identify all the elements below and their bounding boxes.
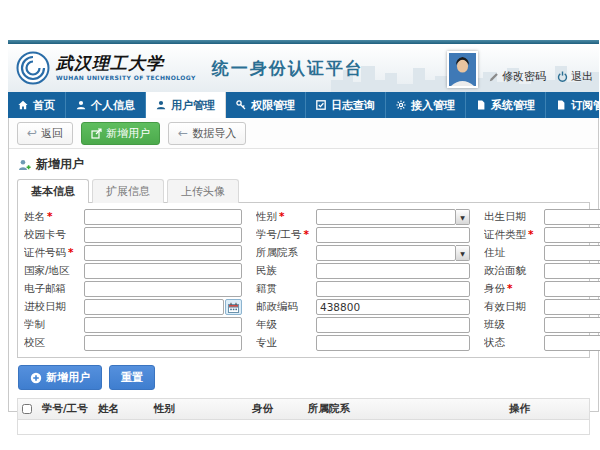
users-table: 学号/工号 姓名 性别 身份 所属院系 操作	[17, 398, 590, 435]
field-id-type: 证件类型*	[484, 227, 600, 243]
nav-item-subscription-management[interactable]: 订阅管理	[546, 92, 600, 118]
field-address: 住址	[484, 245, 600, 261]
field-status: 状态	[484, 335, 600, 351]
power-icon	[557, 71, 568, 82]
valid-date-control	[544, 299, 600, 315]
ethnicity-input[interactable]	[316, 263, 470, 279]
field-campus: 校区	[24, 335, 242, 351]
nav-item-access-management[interactable]: 接入管理	[386, 92, 466, 118]
entry-date-label: 进校日期	[24, 300, 84, 314]
dropdown-arrow-icon[interactable]: ▼	[456, 245, 470, 261]
tab-extended-info[interactable]: 扩展信息	[92, 179, 164, 203]
field-country-region: 国家/地区	[24, 263, 242, 279]
data-import-label: 数据导入	[192, 126, 236, 141]
nav-item-home[interactable]: 首页	[8, 92, 66, 118]
id-number-control	[84, 245, 242, 261]
department-label: 所属院系	[256, 246, 316, 260]
id-type-input[interactable]	[544, 227, 600, 243]
nav-item-personal-info[interactable]: 个人信息	[66, 92, 146, 118]
campus-label: 校区	[24, 336, 84, 350]
student-id-control	[316, 227, 470, 243]
gender-control: ▼	[316, 209, 470, 225]
name-input[interactable]	[84, 209, 242, 225]
select-all-checkbox[interactable]	[22, 404, 32, 414]
nav-item-log-query[interactable]: 日志查询	[306, 92, 386, 118]
campus-card-no-input[interactable]	[84, 227, 242, 243]
student-id-input[interactable]	[316, 227, 470, 243]
native-place-label: 籍贯	[256, 282, 316, 296]
required-mark: *	[528, 228, 534, 240]
class-control	[544, 317, 600, 333]
nav-item-system-management[interactable]: 系统管理	[466, 92, 546, 118]
form-grid: 姓名*性别*▼出生日期校园卡号学号/工号*证件类型*证件号码*所属院系▼住址国家…	[24, 209, 583, 351]
email-control	[84, 281, 242, 297]
department-input[interactable]	[316, 245, 456, 261]
col-gender: 性别	[150, 399, 248, 419]
major-input[interactable]	[316, 335, 470, 351]
field-name: 姓名*	[24, 209, 242, 225]
data-import-button[interactable]: ← 数据导入	[168, 122, 246, 145]
grade-input[interactable]	[316, 317, 470, 333]
nav-item-permission-management[interactable]: 权限管理	[226, 92, 306, 118]
change-password-link[interactable]: 修改密码	[489, 69, 546, 88]
submit-label: 新增用户	[46, 370, 90, 385]
avatar[interactable]	[447, 51, 478, 88]
col-identity: 身份	[248, 399, 304, 419]
header: 武汉理工大学 WUHAN UNIVERSITY OF TECHNOLOGY 统一…	[8, 44, 599, 92]
logout-link[interactable]: 退出	[557, 69, 593, 88]
address-label: 住址	[484, 246, 544, 260]
tab-basic-info[interactable]: 基本信息	[17, 179, 89, 203]
key-icon	[236, 100, 246, 110]
home-icon	[18, 100, 28, 110]
nav-label: 日志查询	[331, 98, 375, 113]
nav-item-user-management[interactable]: 用户管理	[146, 92, 226, 118]
class-input[interactable]	[544, 317, 600, 333]
form-actions: 新增用户 重置	[9, 358, 598, 396]
email-input[interactable]	[84, 281, 242, 297]
university-name-en: WUHAN UNIVERSITY OF TECHNOLOGY	[56, 74, 196, 81]
nav-label: 个人信息	[91, 98, 135, 113]
birth-date-label: 出生日期	[484, 210, 544, 224]
document-icon	[556, 100, 566, 110]
gender-input[interactable]	[316, 209, 456, 225]
nav-label: 接入管理	[411, 98, 455, 113]
submit-add-user-button[interactable]: 新增用户	[18, 365, 102, 390]
field-gender: 性别*▼	[256, 209, 470, 225]
birth-date-input[interactable]	[544, 209, 600, 225]
campus-input[interactable]	[84, 335, 242, 351]
field-entry-date: 进校日期	[24, 299, 242, 315]
schooling-length-input[interactable]	[84, 317, 242, 333]
required-mark: *	[47, 210, 53, 222]
identity-control	[544, 281, 600, 297]
country-region-input[interactable]	[84, 263, 242, 279]
native-place-input[interactable]	[316, 281, 470, 297]
university-logo-icon	[16, 51, 50, 85]
field-ethnicity: 民族	[256, 263, 470, 279]
id-number-input[interactable]	[84, 245, 242, 261]
valid-date-label: 有效日期	[484, 300, 544, 314]
add-user-label: 新增用户	[106, 126, 150, 141]
address-input[interactable]	[544, 245, 600, 261]
country-region-control	[84, 263, 242, 279]
form-tabs: 基本信息 扩展信息 上传头像	[9, 176, 598, 203]
postal-code-input[interactable]	[316, 299, 470, 315]
identity-input[interactable]	[544, 281, 600, 297]
required-mark: *	[304, 228, 310, 240]
schooling-length-label: 学制	[24, 318, 84, 332]
major-control	[316, 335, 470, 351]
add-user-toolbar-button[interactable]: 新增用户	[81, 122, 160, 145]
reset-button[interactable]: 重置	[109, 365, 155, 390]
entry-date-input[interactable]	[84, 299, 224, 315]
status-input[interactable]	[544, 335, 600, 351]
email-label: 电子邮箱	[24, 282, 84, 296]
tab-upload-avatar[interactable]: 上传头像	[167, 179, 239, 203]
postal-code-control	[316, 299, 470, 315]
back-button[interactable]: ↩ 返回	[17, 122, 73, 145]
field-id-number: 证件号码*	[24, 245, 242, 261]
dropdown-arrow-icon[interactable]: ▼	[456, 209, 470, 225]
political-status-input[interactable]	[544, 263, 600, 279]
valid-date-input[interactable]	[544, 299, 600, 315]
nav-label: 权限管理	[251, 98, 295, 113]
student-id-label: 学号/工号*	[256, 228, 316, 242]
calendar-icon[interactable]	[225, 299, 242, 315]
